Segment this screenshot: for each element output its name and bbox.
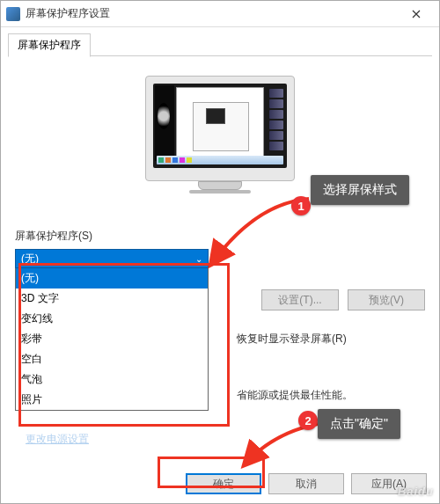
power-settings-link[interactable]: 更改电源设置 (26, 432, 89, 447)
titlebar: 屏幕保护程序设置 (1, 1, 439, 27)
annotation-badge: 1 (291, 196, 311, 215)
dropdown-option[interactable]: 3D 文字 (16, 289, 208, 309)
tab-strip: 屏幕保护程序 (1, 27, 439, 56)
dialog-window: 屏幕保护程序设置 屏幕保护程序 (0, 0, 440, 504)
dropdown-option[interactable]: 空白 (16, 349, 208, 369)
close-icon (412, 10, 421, 18)
settings-button[interactable]: 设置(T)... (261, 289, 339, 310)
dropdown-list: (无) 3D 文字 变幻线 彩带 空白 气泡 照片 (15, 268, 209, 411)
app-icon (6, 7, 20, 21)
monitor-preview (141, 76, 299, 208)
dropdown-selected[interactable]: (无) ⌄ (15, 249, 209, 268)
tab-screensaver[interactable]: 屏幕保护程序 (8, 33, 91, 57)
dropdown-option[interactable]: 气泡 (16, 369, 208, 390)
close-button[interactable] (399, 2, 434, 26)
group-label: 屏幕保护程序(S) (15, 229, 425, 244)
dropdown-option[interactable]: (无) (16, 268, 208, 289)
screensaver-dropdown[interactable]: (无) ⌄ (无) 3D 文字 变幻线 彩带 空白 气泡 照片 (15, 249, 209, 411)
dropdown-option[interactable]: 彩带 (16, 329, 208, 349)
dropdown-option[interactable]: 变幻线 (16, 309, 208, 329)
annotation-badge: 2 (298, 411, 318, 430)
dialog-button-row: 确定 取消 应用(A) (186, 473, 427, 494)
preview-button[interactable]: 预览(V) (348, 289, 425, 310)
apply-button[interactable]: 应用(A) (351, 473, 427, 494)
dropdown-option[interactable]: 照片 (16, 390, 208, 410)
chevron-down-icon: ⌄ (195, 254, 202, 264)
power-text: 省能源或提供最佳性能。 (237, 388, 353, 403)
annotation-callout: 选择屏保样式 (311, 175, 409, 205)
cancel-button[interactable]: 取消 (268, 473, 344, 494)
window-title: 屏幕保护程序设置 (26, 6, 399, 21)
ok-button[interactable]: 确定 (186, 473, 261, 494)
settings-preview-row: 设置(T)... 预览(V) (261, 289, 425, 310)
dropdown-selected-text: (无) (21, 252, 39, 267)
screensaver-group: 屏幕保护程序(S) (无) ⌄ (无) 3D 文字 变幻线 彩带 空白 气泡 照… (15, 229, 425, 411)
resume-checkbox-label: 恢复时显示登录屏幕(R) (237, 332, 347, 347)
content-area: 屏幕保护程序(S) (无) ⌄ (无) 3D 文字 变幻线 彩带 空白 气泡 照… (1, 56, 439, 421)
annotation-callout: 点击"确定" (318, 409, 400, 439)
